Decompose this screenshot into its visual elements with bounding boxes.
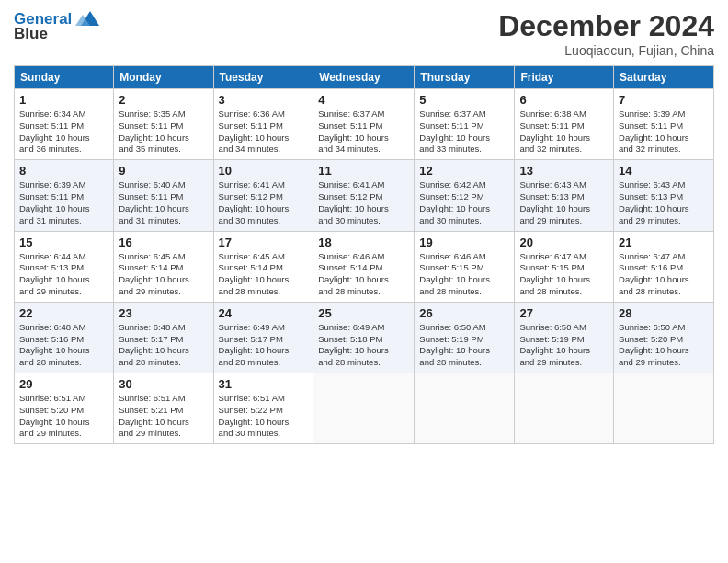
month-title: December 2024: [498, 9, 714, 43]
calendar-cell-w1-d0: 1Sunrise: 6:34 AM Sunset: 5:11 PM Daylig…: [15, 89, 114, 160]
day-info: Sunrise: 6:51 AM Sunset: 5:20 PM Dayligh…: [19, 393, 108, 440]
day-number: 20: [519, 236, 609, 249]
logo-icon: [74, 9, 101, 29]
calendar-cell-w2-d4: 12Sunrise: 6:42 AM Sunset: 5:12 PM Dayli…: [415, 160, 515, 231]
day-info: Sunrise: 6:50 AM Sunset: 5:19 PM Dayligh…: [519, 322, 609, 369]
calendar-cell-w3-d1: 16Sunrise: 6:45 AM Sunset: 5:14 PM Dayli…: [114, 231, 213, 302]
day-number: 22: [19, 306, 108, 320]
day-info: Sunrise: 6:37 AM Sunset: 5:11 PM Dayligh…: [419, 109, 509, 155]
calendar-cell-w5-d0: 29Sunrise: 6:51 AM Sunset: 5:20 PM Dayli…: [15, 373, 114, 444]
day-number: 31: [219, 377, 309, 391]
day-number: 26: [419, 306, 509, 320]
logo-text-line2: Blue: [14, 26, 48, 43]
day-info: Sunrise: 6:39 AM Sunset: 5:11 PM Dayligh…: [619, 109, 709, 155]
day-info: Sunrise: 6:49 AM Sunset: 5:18 PM Dayligh…: [318, 322, 409, 369]
day-number: 8: [19, 164, 108, 178]
calendar-cell-w5-d1: 30Sunrise: 6:51 AM Sunset: 5:21 PM Dayli…: [114, 373, 213, 444]
day-info: Sunrise: 6:47 AM Sunset: 5:15 PM Dayligh…: [519, 251, 609, 298]
calendar-cell-w5-d2: 31Sunrise: 6:51 AM Sunset: 5:22 PM Dayli…: [213, 373, 313, 444]
calendar-cell-w2-d6: 14Sunrise: 6:43 AM Sunset: 5:13 PM Dayli…: [614, 160, 714, 231]
calendar-cell-w2-d2: 10Sunrise: 6:41 AM Sunset: 5:12 PM Dayli…: [213, 160, 313, 231]
calendar-cell-w5-d6: [614, 373, 714, 444]
day-number: 19: [419, 236, 509, 249]
calendar-cell-w1-d4: 5Sunrise: 6:37 AM Sunset: 5:11 PM Daylig…: [415, 89, 515, 160]
day-number: 27: [519, 306, 609, 320]
day-number: 7: [619, 93, 709, 107]
calendar-cell-w3-d2: 17Sunrise: 6:45 AM Sunset: 5:14 PM Dayli…: [213, 231, 313, 302]
day-number: 15: [19, 236, 108, 249]
day-info: Sunrise: 6:34 AM Sunset: 5:11 PM Dayligh…: [19, 109, 108, 155]
title-area: December 2024 Luoqiaocun, Fujian, China: [498, 9, 714, 58]
week-row-1: 1Sunrise: 6:34 AM Sunset: 5:11 PM Daylig…: [15, 89, 714, 160]
calendar-cell-w2-d1: 9Sunrise: 6:40 AM Sunset: 5:11 PM Daylig…: [114, 160, 213, 231]
calendar-cell-w1-d2: 3Sunrise: 6:36 AM Sunset: 5:11 PM Daylig…: [213, 89, 313, 160]
header-wednesday: Wednesday: [313, 66, 415, 89]
calendar-cell-w3-d5: 20Sunrise: 6:47 AM Sunset: 5:15 PM Dayli…: [515, 231, 614, 302]
day-info: Sunrise: 6:43 AM Sunset: 5:13 PM Dayligh…: [619, 179, 709, 226]
header-sunday: Sunday: [15, 66, 114, 89]
logo: General Blue: [14, 9, 101, 43]
day-info: Sunrise: 6:38 AM Sunset: 5:11 PM Dayligh…: [519, 109, 609, 155]
calendar-cell-w1-d6: 7Sunrise: 6:39 AM Sunset: 5:11 PM Daylig…: [614, 89, 714, 160]
calendar-cell-w4-d4: 26Sunrise: 6:50 AM Sunset: 5:19 PM Dayli…: [415, 302, 515, 373]
day-number: 30: [119, 377, 208, 391]
day-number: 5: [419, 93, 509, 107]
calendar-cell-w4-d0: 22Sunrise: 6:48 AM Sunset: 5:16 PM Dayli…: [15, 302, 114, 373]
day-number: 2: [119, 93, 208, 107]
day-number: 1: [19, 93, 108, 107]
header: General Blue December 2024 Luoqiaocun, F…: [14, 9, 714, 58]
header-tuesday: Tuesday: [213, 66, 313, 89]
day-info: Sunrise: 6:45 AM Sunset: 5:14 PM Dayligh…: [219, 251, 309, 298]
header-friday: Friday: [515, 66, 614, 89]
day-info: Sunrise: 6:36 AM Sunset: 5:11 PM Dayligh…: [219, 109, 309, 155]
day-number: 6: [519, 93, 609, 107]
day-info: Sunrise: 6:43 AM Sunset: 5:13 PM Dayligh…: [519, 179, 609, 226]
day-number: 16: [119, 236, 208, 249]
day-info: Sunrise: 6:35 AM Sunset: 5:11 PM Dayligh…: [119, 109, 208, 155]
day-number: 9: [119, 164, 208, 178]
day-number: 11: [318, 164, 409, 178]
week-row-2: 8Sunrise: 6:39 AM Sunset: 5:11 PM Daylig…: [15, 160, 714, 231]
calendar-cell-w1-d5: 6Sunrise: 6:38 AM Sunset: 5:11 PM Daylig…: [515, 89, 614, 160]
calendar-cell-w3-d0: 15Sunrise: 6:44 AM Sunset: 5:13 PM Dayli…: [15, 231, 114, 302]
day-number: 12: [419, 164, 509, 178]
week-row-3: 15Sunrise: 6:44 AM Sunset: 5:13 PM Dayli…: [15, 231, 714, 302]
day-info: Sunrise: 6:47 AM Sunset: 5:16 PM Dayligh…: [619, 251, 709, 298]
calendar-cell-w2-d3: 11Sunrise: 6:41 AM Sunset: 5:12 PM Dayli…: [313, 160, 415, 231]
calendar-cell-w1-d1: 2Sunrise: 6:35 AM Sunset: 5:11 PM Daylig…: [114, 89, 213, 160]
main-container: General Blue December 2024 Luoqiaocun, F…: [0, 0, 728, 454]
header-thursday: Thursday: [415, 66, 515, 89]
day-number: 3: [219, 93, 309, 107]
day-info: Sunrise: 6:44 AM Sunset: 5:13 PM Dayligh…: [19, 251, 108, 298]
calendar-cell-w3-d4: 19Sunrise: 6:46 AM Sunset: 5:15 PM Dayli…: [415, 231, 515, 302]
day-number: 10: [219, 164, 309, 178]
week-row-5: 29Sunrise: 6:51 AM Sunset: 5:20 PM Dayli…: [15, 373, 714, 444]
day-info: Sunrise: 6:50 AM Sunset: 5:19 PM Dayligh…: [419, 322, 509, 369]
calendar-cell-w5-d4: [415, 373, 515, 444]
calendar-cell-w2-d5: 13Sunrise: 6:43 AM Sunset: 5:13 PM Dayli…: [515, 160, 614, 231]
day-number: 24: [219, 306, 309, 320]
day-info: Sunrise: 6:46 AM Sunset: 5:15 PM Dayligh…: [419, 251, 509, 298]
day-info: Sunrise: 6:46 AM Sunset: 5:14 PM Dayligh…: [318, 251, 409, 298]
day-info: Sunrise: 6:39 AM Sunset: 5:11 PM Dayligh…: [19, 179, 108, 226]
calendar-cell-w4-d5: 27Sunrise: 6:50 AM Sunset: 5:19 PM Dayli…: [515, 302, 614, 373]
day-info: Sunrise: 6:48 AM Sunset: 5:17 PM Dayligh…: [119, 322, 208, 369]
week-row-4: 22Sunrise: 6:48 AM Sunset: 5:16 PM Dayli…: [15, 302, 714, 373]
calendar-cell-w4-d3: 25Sunrise: 6:49 AM Sunset: 5:18 PM Dayli…: [313, 302, 415, 373]
calendar-cell-w5-d3: [313, 373, 415, 444]
day-info: Sunrise: 6:51 AM Sunset: 5:21 PM Dayligh…: [119, 393, 208, 440]
day-info: Sunrise: 6:49 AM Sunset: 5:17 PM Dayligh…: [219, 322, 309, 369]
header-monday: Monday: [114, 66, 213, 89]
day-info: Sunrise: 6:42 AM Sunset: 5:12 PM Dayligh…: [419, 179, 509, 226]
day-info: Sunrise: 6:41 AM Sunset: 5:12 PM Dayligh…: [318, 179, 409, 226]
calendar-cell-w2-d0: 8Sunrise: 6:39 AM Sunset: 5:11 PM Daylig…: [15, 160, 114, 231]
day-info: Sunrise: 6:51 AM Sunset: 5:22 PM Dayligh…: [219, 393, 309, 440]
calendar-cell-w3-d6: 21Sunrise: 6:47 AM Sunset: 5:16 PM Dayli…: [614, 231, 714, 302]
weekday-header-row: Sunday Monday Tuesday Wednesday Thursday…: [15, 66, 714, 89]
header-saturday: Saturday: [614, 66, 714, 89]
day-info: Sunrise: 6:40 AM Sunset: 5:11 PM Dayligh…: [119, 179, 208, 226]
day-number: 13: [519, 164, 609, 178]
day-number: 17: [219, 236, 309, 249]
day-info: Sunrise: 6:37 AM Sunset: 5:11 PM Dayligh…: [318, 109, 409, 155]
location: Luoqiaocun, Fujian, China: [498, 43, 714, 58]
